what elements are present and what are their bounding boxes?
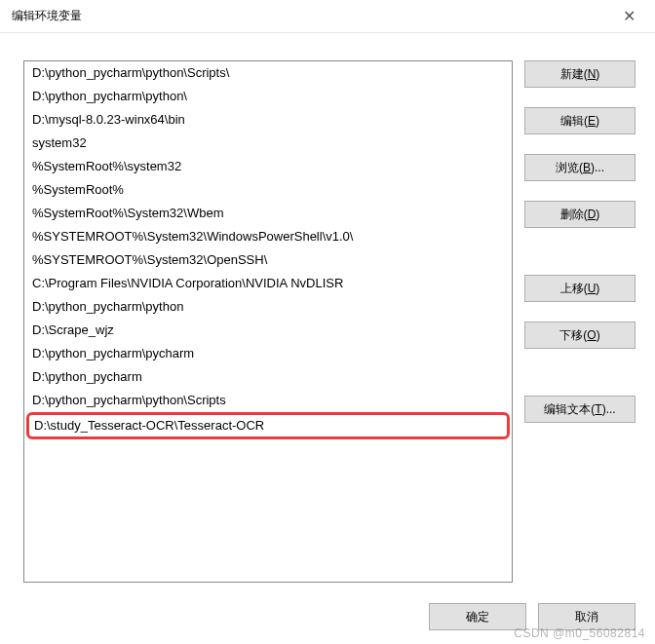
list-item[interactable]: D:\study_Tesseract-OCR\Tesseract-OCR — [26, 412, 510, 439]
list-item[interactable]: %SystemRoot% — [24, 178, 512, 202]
list-item[interactable]: D:\python_pycharm\pycharm — [24, 342, 512, 365]
list-item[interactable]: %SystemRoot%\System32\Wbem — [24, 202, 512, 225]
window-title: 编辑环境变量 — [12, 8, 82, 24]
cancel-button[interactable]: 取消 — [538, 603, 636, 630]
list-item[interactable]: D:\python_pycharm\python\Scripts\ — [24, 61, 512, 85]
list-item[interactable]: D:\python_pycharm\python\Scripts — [24, 389, 512, 412]
list-item[interactable]: D:\Scrape_wjz — [24, 319, 512, 342]
list-item[interactable]: %SYSTEMROOT%\System32\WindowsPowerShell\… — [24, 225, 512, 248]
path-listbox[interactable]: D:\python_pycharm\python\Scripts\D:\pyth… — [23, 60, 513, 583]
list-item[interactable]: %SystemRoot%\system32 — [24, 155, 512, 178]
move-down-button[interactable]: 下移(O) — [524, 322, 636, 349]
browse-button[interactable]: 浏览(B)... — [524, 154, 636, 181]
ok-button[interactable]: 确定 — [429, 603, 526, 630]
edit-button[interactable]: 编辑(E) — [524, 107, 636, 134]
delete-button[interactable]: 删除(D) — [524, 201, 636, 228]
side-button-panel: 新建(N) 编辑(E) 浏览(B)... 删除(D) 上移(U) 下移(O) 编… — [524, 60, 636, 583]
dialog-content: D:\python_pycharm\python\Scripts\D:\pyth… — [0, 33, 655, 594]
list-item[interactable]: D:\python_pycharm\python — [24, 295, 512, 319]
move-up-button[interactable]: 上移(U) — [524, 275, 636, 302]
titlebar: 编辑环境变量 ✕ — [0, 0, 655, 33]
list-item[interactable]: system32 — [24, 132, 512, 155]
list-item[interactable]: D:\python_pycharm — [24, 365, 512, 389]
edit-text-button[interactable]: 编辑文本(T)... — [524, 396, 636, 423]
list-item[interactable]: C:\Program Files\NVIDIA Corporation\NVID… — [24, 272, 512, 295]
list-item[interactable]: D:\python_pycharm\python\ — [24, 85, 512, 108]
new-button[interactable]: 新建(N) — [524, 60, 636, 88]
close-icon[interactable]: ✕ — [615, 3, 643, 29]
dialog-footer: 确定 取消 — [429, 603, 636, 630]
list-item[interactable]: %SYSTEMROOT%\System32\OpenSSH\ — [24, 248, 512, 272]
list-item[interactable]: D:\mysql-8.0.23-winx64\bin — [24, 108, 512, 132]
